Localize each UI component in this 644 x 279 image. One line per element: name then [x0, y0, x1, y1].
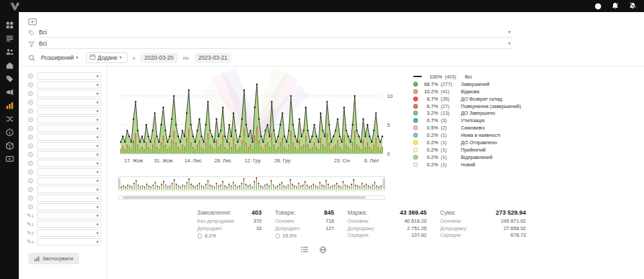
filter-select-10[interactable]: ▾: [37, 151, 101, 158]
chevron-down-icon: ▾: [96, 213, 101, 219]
legend-item[interactable]: 0.2%(1)Новий: [413, 161, 521, 168]
date-from-input[interactable]: 2020-03-20: [140, 53, 177, 63]
sidebar-item-shuffle[interactable]: [3, 114, 15, 123]
sidebar-item-list[interactable]: [3, 34, 15, 43]
avatar-icon[interactable]: [593, 1, 602, 11]
sidebar-item-home[interactable]: [3, 60, 15, 70]
range-scrollbar[interactable]: [118, 195, 385, 200]
filter-select-6[interactable]: ▾: [37, 116, 101, 123]
legend-item[interactable]: 0.5%(2)Самовивіз: [413, 124, 521, 131]
filter-icon: [28, 82, 34, 88]
chevron-down-icon: ▾: [96, 196, 101, 201]
chevron-down-icon: ▾: [96, 100, 101, 105]
svg-text:17. Жов: 17. Жов: [124, 158, 143, 164]
pencil-icon: ✎: [27, 239, 32, 245]
filter-icon: [28, 195, 34, 201]
filter-icon: [28, 91, 34, 97]
apply-button[interactable]: Застосувати: [28, 253, 79, 264]
svg-text:23. Січ: 23. Січ: [334, 158, 350, 164]
legend-item[interactable]: 100%(403)Всі: [413, 73, 521, 80]
filter-icon: [28, 125, 34, 131]
legend-item[interactable]: 10.2%(41)Відмова: [413, 88, 521, 95]
filter-icon: [28, 73, 34, 79]
stat-value: 845: [324, 209, 334, 216]
sidebar-item-users[interactable]: [3, 47, 15, 56]
mini-chart-icon: [34, 256, 40, 262]
sidebar-item-grid[interactable]: [3, 20, 15, 30]
sidebar-item-cube[interactable]: [3, 141, 15, 150]
stat-sub-value: 40 618.20: [405, 218, 427, 225]
sidebar-item-info[interactable]: [3, 127, 15, 137]
filter-select-9[interactable]: ▾: [37, 142, 101, 150]
custom-field-select-1[interactable]: ▾: [37, 212, 101, 219]
scrollbar-handle[interactable]: [123, 197, 366, 199]
funnel-select[interactable]: Всі ▾: [39, 39, 513, 49]
legend-item[interactable]: 8.7%(35)ДО Возврат склад: [413, 95, 521, 103]
stat-subrow: Основна:40 618.20: [347, 218, 427, 225]
filter-select-7[interactable]: ▾: [37, 125, 101, 132]
app-logo[interactable]: [9, 2, 20, 11]
stat-column: Товари:845Основні:718Допродані:12715.0%: [275, 209, 334, 239]
legend-item[interactable]: 0.2%(1)Прийнятий: [413, 146, 521, 154]
legend-item[interactable]: 3.2%(13)ДО Завершено: [413, 109, 521, 117]
alerts-bell-icon[interactable]: [628, 1, 637, 11]
search-mode-select[interactable]: Розширений ▾: [41, 54, 80, 61]
statuses-select[interactable]: Всі ▾: [39, 27, 513, 38]
legend-item[interactable]: 0.2%(1)Відправлений: [413, 154, 521, 161]
legend-pct: 100%: [425, 74, 442, 80]
filter-select-2[interactable]: ▾: [37, 81, 101, 89]
users-icon: [5, 48, 14, 56]
filter-select-11[interactable]: ▾: [37, 160, 101, 167]
video-tutorial-icon[interactable]: [28, 16, 37, 28]
legend-item[interactable]: 6.7%(27)Повернення (завершений): [413, 103, 521, 110]
filter-select-3[interactable]: ▾: [37, 90, 101, 97]
stat-sub-label: Середня:: [440, 232, 462, 239]
range-brush-chart[interactable]: [118, 176, 385, 191]
sidebar-item-megaphone[interactable]: [3, 87, 15, 97]
date-from-label: з: [133, 55, 136, 61]
orders-timeseries-chart[interactable]: 051017. Жов31. Жов14. Лис28. Лис12. Гру2…: [118, 70, 409, 172]
list-view-icon[interactable]: [301, 246, 309, 254]
filter-select-13[interactable]: ▾: [37, 177, 101, 184]
filter-select-12[interactable]: ▾: [37, 168, 101, 176]
filter-select-1[interactable]: ▾: [37, 72, 101, 80]
legend-item[interactable]: 0.2%(1)Нема в наявності: [413, 131, 521, 139]
filter-select-16[interactable]: ▾: [37, 203, 101, 211]
svg-text:5: 5: [387, 122, 390, 128]
legend-dot: [413, 118, 418, 123]
pencil-icon: ✎: [27, 221, 32, 227]
date-field-select[interactable]: Додане ▾: [86, 52, 127, 63]
content: Всі ▾ Всі ▾ Розширений ▾: [19, 12, 644, 279]
legend-item[interactable]: 68.7%(277)Завершений: [413, 80, 521, 88]
filter-select-14[interactable]: ▾: [37, 186, 101, 193]
globe-icon[interactable]: [319, 246, 327, 254]
stat-subrow: Допродажу:27 658.92: [440, 225, 526, 233]
info-icon: [5, 128, 14, 137]
sidebar-item-tag[interactable]: [3, 74, 15, 83]
date-to-input[interactable]: 2023-03-21: [195, 53, 231, 63]
stat-sub-value: 718: [325, 218, 334, 225]
filter-select-5[interactable]: ▾: [37, 107, 101, 115]
filter-select-4[interactable]: ▾: [37, 99, 101, 106]
custom-field-select-2[interactable]: ▾: [37, 221, 101, 228]
legend-item[interactable]: 0.2%(1)ДО Отправлено: [413, 139, 521, 146]
filter-icon: [28, 178, 34, 184]
custom-field-select-4[interactable]: ▾: [37, 238, 101, 245]
svg-text:14. Лис: 14. Лис: [184, 158, 202, 164]
bag-icon: [197, 233, 203, 239]
legend-pct: 0.7%: [421, 117, 438, 123]
sidebar-item-chart[interactable]: [3, 101, 15, 110]
sidebar-item-monitor[interactable]: [3, 154, 15, 164]
filter-select-8[interactable]: ▾: [37, 133, 101, 141]
stat-sub-value: 127: [325, 225, 334, 233]
custom-field-select-3[interactable]: ▾: [37, 229, 101, 237]
legend-pct: 68.7%: [421, 81, 438, 87]
legend-pct: 10.2%: [421, 89, 438, 95]
notifications-bell-icon[interactable]: [610, 1, 620, 11]
search-icon[interactable]: [28, 54, 36, 62]
filter-select-15[interactable]: ▾: [37, 194, 101, 202]
legend-item[interactable]: 0.7%(3)Утилізація: [413, 117, 521, 124]
chart-wrap: 051017. Жов31. Жов14. Лис28. Лис12. Гру2…: [118, 70, 644, 172]
chevron-down-icon: ▾: [96, 74, 101, 79]
chevron-down-icon: ▾: [508, 30, 513, 35]
